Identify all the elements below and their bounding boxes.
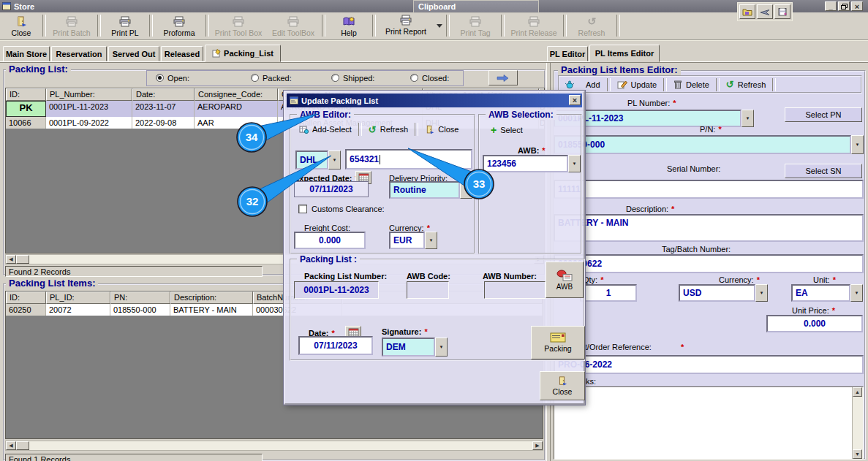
select-sn-button[interactable]: Select SN	[785, 164, 862, 178]
scroll-left-icon[interactable]: ◀	[6, 255, 16, 264]
column-header[interactable]: Consignee_Code:	[195, 88, 278, 101]
cell-pn[interactable]: 018550-000	[110, 304, 170, 316]
go-arrow-button[interactable]	[488, 70, 518, 85]
cell-description[interactable]: BATTERY - MAIN	[170, 304, 253, 316]
shipment-plane-icon[interactable]	[757, 4, 773, 19]
select-pn-button[interactable]: Select PN	[785, 107, 862, 122]
currency-combo[interactable]: USD ▼	[679, 284, 768, 302]
dialog-close-button[interactable]: Close	[540, 371, 585, 400]
editor-add-button[interactable]: Add	[559, 80, 605, 89]
close-window-icon[interactable]: ×	[851, 1, 863, 11]
toolbar-button-help[interactable]: Help	[327, 12, 371, 39]
reference-field[interactable]: PRO-06-2022	[554, 355, 864, 374]
cell-consignee-code[interactable]: AAR	[195, 117, 278, 129]
scroll-up-icon[interactable]: ▲	[853, 387, 862, 397]
cell-date[interactable]: 2022-09-08	[132, 117, 195, 129]
dropdown-icon[interactable]: ▼	[328, 151, 341, 169]
editor-refresh-button[interactable]: ↺ Refresh	[721, 79, 771, 90]
dialog-date-field[interactable]: 07/11/2023	[298, 336, 373, 355]
dropdown-icon[interactable]: ▼	[851, 135, 864, 154]
tab-released[interactable]: Released	[161, 46, 203, 61]
column-header[interactable]: ID:	[6, 292, 46, 304]
pn-combo[interactable]: 018550-000 ▼	[554, 135, 864, 154]
awb-close-button[interactable]: Close	[420, 125, 464, 134]
cell-consignee-code[interactable]: AEROPARD	[195, 101, 278, 117]
customs-clearance-checkbox[interactable]	[298, 205, 307, 213]
dropdown-icon[interactable]: ▼	[850, 284, 863, 302]
tab-packing-list[interactable]: Packing_List	[205, 45, 281, 62]
clipboard-titlebar[interactable]: Clipboard	[413, 0, 539, 13]
dropdown-icon[interactable]: ▼	[741, 110, 754, 127]
radio-open[interactable]	[156, 74, 164, 83]
editor-update-button[interactable]: Update	[612, 80, 662, 89]
cell-pl-id[interactable]: 20072	[46, 304, 110, 316]
radio-shipped-dot[interactable]	[331, 74, 339, 82]
dropdown-icon[interactable]: ▼	[435, 338, 448, 357]
radio-closed[interactable]	[410, 74, 418, 83]
items-hscrollbar[interactable]: ◀ ▶	[5, 441, 543, 451]
cell-pl-number[interactable]: 0001PL-09-2022	[46, 117, 132, 129]
dropdown-icon[interactable]: ▼	[425, 232, 437, 249]
cell-id[interactable]: 60250	[6, 304, 46, 316]
add-select-button[interactable]: Add-Select	[294, 125, 357, 134]
cell-id[interactable]: 10066	[6, 117, 46, 129]
toolbar-button-proforma[interactable]: Proforma	[154, 12, 204, 39]
column-header[interactable]: PL_Number:	[46, 88, 132, 101]
unit-combo[interactable]: EA ▼	[791, 284, 863, 302]
column-header[interactable]: Description:	[170, 292, 253, 304]
minimize-icon[interactable]: _	[825, 1, 837, 11]
dropdown-icon[interactable]: ▼	[460, 181, 472, 199]
awb-select-button[interactable]: + Select	[486, 123, 528, 137]
carrier-combo[interactable]: DHL ▼	[295, 151, 341, 169]
scroll-right-icon[interactable]: ▶	[532, 441, 543, 450]
dropdown-icon[interactable]: ▼	[755, 284, 768, 302]
scrollbar-thumb[interactable]	[16, 441, 29, 450]
unit-price-field[interactable]: 0.000	[766, 315, 863, 332]
signature-combo[interactable]: DEM ▼	[382, 338, 448, 357]
cell-pl-number[interactable]: 0001PL-11-2023	[46, 101, 132, 117]
awb-refresh-button[interactable]: ↺ Refresh	[363, 124, 413, 135]
tab-pl-items-editor[interactable]: PL Items Editor	[589, 45, 660, 62]
toolbar-button-print-pl[interactable]: Print PL	[102, 12, 148, 39]
awb-selection-combo[interactable]: 123456 ▼	[483, 155, 581, 172]
packing-button[interactable]: Packing	[531, 326, 585, 359]
toolbar-button-print-report[interactable]: Print Report	[377, 15, 434, 38]
qty-field[interactable]: 1	[580, 284, 637, 302]
print-report-dropdown-icon[interactable]	[437, 24, 442, 28]
save-report-icon[interactable]	[774, 4, 790, 19]
tab-served-out[interactable]: Served Out	[108, 46, 159, 61]
tab-pl-editor[interactable]: PL Editor	[547, 46, 588, 61]
dialog-currency-combo[interactable]: EUR ▼	[389, 232, 437, 249]
freight-cost-field[interactable]: 0.000	[294, 232, 366, 249]
radio-closed-dot[interactable]	[410, 74, 418, 82]
dialog-close-icon[interactable]: ×	[569, 95, 581, 105]
tab-main-store[interactable]: Main Store	[3, 46, 50, 61]
restore-icon[interactable]	[838, 1, 850, 11]
expected-date-field[interactable]: 07/11/2023	[294, 181, 369, 197]
column-header[interactable]: PL_ID:	[46, 292, 110, 304]
radio-packed-dot[interactable]	[251, 74, 259, 82]
dialog-titlebar[interactable]: Update Packing List	[287, 94, 582, 107]
delivery-priority-combo[interactable]: Routine ▼	[389, 181, 472, 199]
radio-packed[interactable]	[251, 74, 259, 83]
column-header[interactable]: Date:	[132, 88, 195, 101]
serial-number-field[interactable]: 11111	[554, 180, 864, 199]
scrollbar-thumb[interactable]	[16, 255, 29, 264]
awb-number-input[interactable]: 654321	[345, 149, 472, 169]
store-folder-icon[interactable]	[739, 4, 755, 19]
description-field[interactable]: BATTERY - MAIN	[554, 214, 864, 242]
remarks-textarea[interactable]: ▲ ▼	[554, 386, 864, 460]
toolbar-button-close[interactable]: Close	[1, 12, 41, 39]
awb-button[interactable]: AWB	[546, 262, 584, 298]
column-header[interactable]: ID:	[6, 88, 46, 101]
radio-shipped[interactable]	[331, 74, 339, 83]
dropdown-icon[interactable]: ▼	[568, 155, 581, 172]
scroll-left-icon[interactable]: ◀	[6, 441, 16, 450]
radio-open-dot[interactable]	[156, 74, 164, 82]
tab-reservation[interactable]: Reservation	[51, 46, 107, 61]
tag-batch-field[interactable]: 000030622	[554, 254, 864, 273]
editor-delete-button[interactable]: Delete	[668, 80, 714, 89]
scroll-down-icon[interactable]: ▼	[853, 449, 862, 459]
column-header[interactable]: PN:	[110, 292, 170, 304]
cell-date[interactable]: 2023-11-07	[132, 101, 195, 117]
